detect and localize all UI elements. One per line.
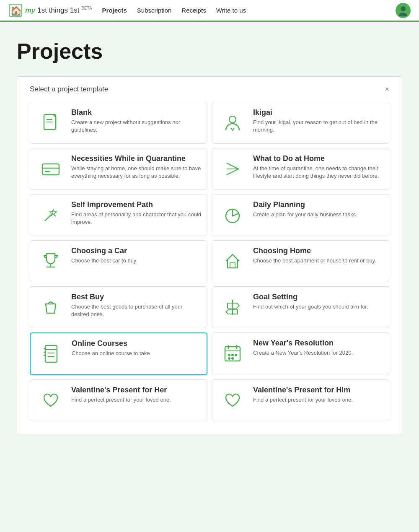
nav-receipts[interactable]: Receipts: [181, 7, 206, 14]
close-button[interactable]: ×: [385, 86, 389, 93]
template-card-what-to-do[interactable]: What to Do at Home At the time of quaran…: [212, 148, 389, 190]
template-desc: Choose an online course to take.: [72, 350, 151, 357]
template-name: Goal Setting: [253, 293, 368, 301]
template-desc: Choose the best car to buy.: [71, 257, 137, 265]
template-name: Blank: [71, 108, 201, 117]
template-card-choosing-home[interactable]: Choosing Home Choose the best apartment …: [212, 240, 389, 282]
svg-rect-8: [42, 164, 59, 175]
template-name: Online Courses: [72, 339, 151, 348]
template-desc: At the time of quarantine, one needs to …: [253, 165, 383, 180]
template-name: Daily Planning: [253, 200, 357, 209]
pie-icon: [218, 200, 247, 230]
svg-point-34: [232, 358, 233, 359]
template-desc: Find your Ikigai, your reason to get out…: [253, 119, 383, 134]
logo-beta: BETA: [81, 6, 92, 10]
template-card-valentine-her[interactable]: Valentine's Present for Her Find a perfe…: [30, 379, 207, 421]
star-wand-icon: [36, 200, 65, 230]
svg-rect-19: [45, 345, 57, 362]
send-icon: [218, 154, 247, 184]
template-card-online-courses[interactable]: Online Courses Choose an online course t…: [30, 332, 207, 375]
logo-my: my: [25, 6, 36, 14]
avatar[interactable]: [396, 3, 411, 18]
template-desc: Create a new project without suggestions…: [71, 119, 201, 134]
blank-icon: [36, 108, 65, 138]
template-desc: Find a perfect present for your loved on…: [253, 396, 353, 404]
template-desc: Find areas of personality and character …: [71, 211, 201, 226]
navbar: 🏠 my 1st things 1st BETA Projects Subscr…: [0, 0, 419, 22]
person-icon: [218, 108, 247, 138]
template-name: Choosing Home: [253, 247, 376, 255]
notebook-icon: [36, 339, 66, 369]
template-name: Necessities While in Quarantine: [71, 154, 201, 163]
template-card-blank[interactable]: Blank Create a new project without sugge…: [30, 102, 207, 144]
nav-subscription[interactable]: Subscription: [137, 7, 172, 14]
page-title: Projects: [17, 39, 402, 64]
svg-point-32: [235, 354, 237, 356]
template-card-new-year[interactable]: New Year's Resolution Create a New Year'…: [212, 332, 389, 375]
bag-icon: [36, 293, 65, 322]
template-desc: Create a plan for your daily business ta…: [253, 211, 357, 218]
template-desc: Choose the best apartment or house to re…: [253, 257, 376, 265]
template-name: New Year's Resolution: [253, 339, 353, 348]
template-desc: Create a New Year's Resolution for 2020.: [253, 349, 353, 357]
svg-point-2: [401, 6, 406, 11]
avatar-icon: [397, 5, 409, 16]
template-name: Choosing a Car: [71, 247, 137, 255]
template-name: Ikigai: [253, 108, 383, 117]
template-name: What to Do at Home: [253, 154, 383, 163]
template-card-necessities[interactable]: Necessities While in Quarantine While st…: [30, 148, 207, 190]
template-name: Valentine's Present for Her: [71, 386, 171, 394]
template-desc: Find out which of your goals you should …: [253, 303, 368, 311]
heart-icon: [218, 386, 247, 415]
template-desc: While staying at home, one should make s…: [71, 165, 201, 180]
logo[interactable]: 🏠 my 1st things 1st BETA: [8, 3, 92, 18]
template-card-valentine-him[interactable]: Valentine's Present for Him Find a perfe…: [212, 379, 389, 421]
template-panel: Select a project template × Blank Create…: [17, 76, 402, 434]
svg-point-30: [228, 354, 230, 356]
template-header: Select a project template ×: [30, 85, 389, 93]
template-card-self-improvement[interactable]: Self Improvement Path Find areas of pers…: [30, 194, 207, 236]
calendar-icon: [218, 339, 247, 368]
trophy-icon: [36, 247, 65, 276]
signpost-icon: [218, 293, 247, 322]
template-name: Best Buy: [71, 293, 201, 301]
template-desc: Choose the best goods to purchase of all…: [71, 303, 201, 318]
template-card-best-buy[interactable]: Best Buy Choose the best goods to purcha…: [30, 286, 207, 328]
template-desc: Find a perfect present for your loved on…: [71, 396, 171, 404]
template-card-daily-planning[interactable]: Daily Planning Create a plan for your da…: [212, 194, 389, 236]
svg-rect-17: [230, 263, 235, 268]
template-grid: Blank Create a new project without sugge…: [30, 102, 389, 421]
template-card-ikigai[interactable]: Ikigai Find your Ikigai, your reason to …: [212, 102, 389, 144]
svg-point-31: [232, 354, 233, 356]
nav-links: Projects Subscription Receipts Write to …: [102, 7, 396, 14]
svg-point-33: [228, 358, 230, 359]
svg-point-3: [399, 13, 407, 16]
template-panel-title: Select a project template: [30, 85, 108, 93]
template-card-choosing-car[interactable]: Choosing a Car Choose the best car to bu…: [30, 240, 207, 282]
template-name: Valentine's Present for Him: [253, 386, 353, 394]
home-icon: [218, 247, 247, 276]
svg-point-7: [229, 116, 236, 123]
template-name: Self Improvement Path: [71, 200, 201, 209]
svg-text:🏠: 🏠: [10, 5, 22, 17]
logo-rest: 1st things 1st: [36, 6, 80, 14]
template-card-goal-setting[interactable]: Goal Setting Find out which of your goal…: [212, 286, 389, 328]
card-icon: [36, 154, 65, 184]
logo-icon: 🏠: [8, 3, 23, 18]
heart-icon: [36, 386, 65, 415]
nav-write-to-us[interactable]: Write to us: [216, 7, 246, 14]
nav-projects[interactable]: Projects: [102, 7, 127, 14]
